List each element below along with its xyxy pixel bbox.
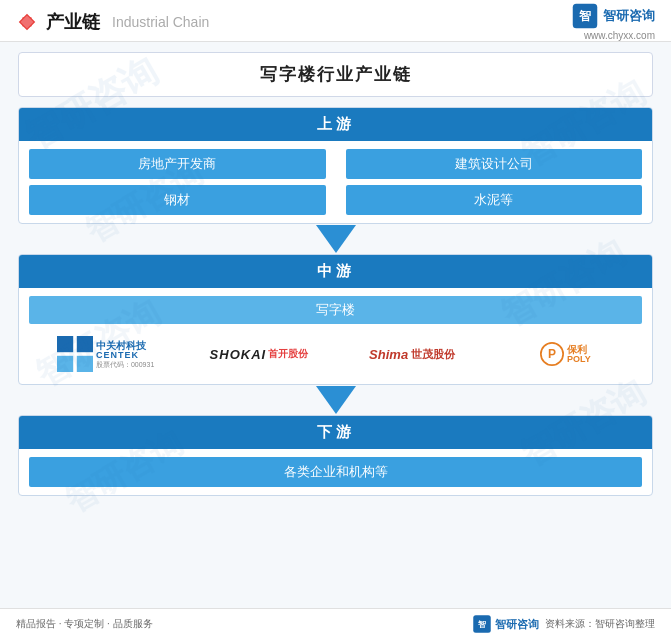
footer-logo-text: 智研咨询 <box>495 617 539 632</box>
header-right: 智 智研咨询 www.chyxx.com <box>571 2 655 41</box>
brand-logo-text: 智研咨询 <box>603 7 655 25</box>
company-shimao: Shima 世茂股份 <box>340 347 485 362</box>
company-shokai: SHOKAI 首开股份 <box>186 347 331 362</box>
header: 产业链 Industrial Chain 智 智研咨询 www.chyxx.co… <box>0 0 671 42</box>
downstream-header: 下游 <box>19 416 652 449</box>
brand-url: www.chyxx.com <box>584 30 655 41</box>
downstream-section: 下游 各类企业和机构等 <box>18 415 653 496</box>
svg-rect-8 <box>77 356 93 372</box>
upstream-cell-architecture: 建筑设计公司 <box>346 149 643 179</box>
shimao-en: Shima <box>369 347 408 362</box>
main-content: 写字楼行业产业链 上游 房地产开发商 建筑设计公司 钢材 水泥等 <box>0 42 671 608</box>
zgc-icon <box>57 336 93 372</box>
svg-rect-5 <box>57 336 73 352</box>
poly-logo: P 保利 POLY <box>540 342 591 366</box>
upstream-section: 上游 房地产开发商 建筑设计公司 钢材 水泥等 <box>18 107 653 224</box>
upstream-rows: 房地产开发商 建筑设计公司 钢材 水泥等 <box>29 149 642 215</box>
header-title-en: Industrial Chain <box>112 14 209 30</box>
poly-p-icon: P <box>540 342 564 366</box>
shokai-logo: SHOKAI 首开股份 <box>210 347 309 362</box>
upstream-cell-cement: 水泥等 <box>346 185 643 215</box>
header-left: 产业链 Industrial Chain <box>16 10 209 34</box>
footer-source: 资料来源：智研咨询整理 <box>545 617 655 631</box>
downstream-body: 各类企业和机构等 <box>19 449 652 495</box>
upstream-header: 上游 <box>19 108 652 141</box>
upstream-row-2: 钢材 水泥等 <box>29 185 642 215</box>
diamond-icon <box>16 11 38 33</box>
midstream-sublabel: 写字楼 <box>29 296 642 324</box>
svg-rect-6 <box>77 336 93 352</box>
upstream-cell-real-estate: 房地产开发商 <box>29 149 326 179</box>
zgc-sub: 股票代码：000931 <box>96 361 154 369</box>
brand-logo-icon: 智 <box>571 2 599 30</box>
shimao-cn: 世茂股份 <box>411 347 455 362</box>
footer-logo: 智 智研咨询 <box>472 614 539 634</box>
logos-row: 中关村科技 CENTEK 股票代码：000931 SHOKAI 首开股份 <box>29 330 642 376</box>
logo-box: 智 智研咨询 <box>571 2 655 30</box>
poly-en: POLY <box>567 355 591 365</box>
svg-text:智: 智 <box>477 620 486 629</box>
footer-logo-icon: 智 <box>472 614 492 634</box>
midstream-header: 中游 <box>19 255 652 288</box>
header-title-cn: 产业链 <box>46 10 100 34</box>
midstream-body: 写字楼 中关村科技 <box>19 288 652 384</box>
upstream-cell-steel: 钢材 <box>29 185 326 215</box>
poly-cn: 保利 <box>567 344 591 355</box>
page-wrapper: 智研咨询 智研咨询 智研咨询 智研咨询 智研咨询 智研咨询 智研咨询 产业链 I… <box>0 0 671 638</box>
zgc-logo: 中关村科技 CENTEK 股票代码：000931 <box>57 336 154 372</box>
zgc-en: CENTEK <box>96 351 154 361</box>
midstream-sublabel-row: 写字楼 <box>29 296 642 324</box>
poly-text: 保利 POLY <box>567 344 591 365</box>
svg-rect-7 <box>57 356 73 372</box>
arrow-down-2 <box>316 386 356 414</box>
arrow-1 <box>18 224 653 254</box>
main-title-text: 写字楼行业产业链 <box>260 65 412 84</box>
company-poly: P 保利 POLY <box>493 342 638 366</box>
upstream-row-1: 房地产开发商 建筑设计公司 <box>29 149 642 179</box>
footer-tagline: 精品报告 · 专项定制 · 品质服务 <box>16 617 153 631</box>
shokai-cn: 首开股份 <box>268 347 308 361</box>
shokai-en: SHOKAI <box>210 347 267 362</box>
svg-text:智: 智 <box>578 9 591 23</box>
upstream-body: 房地产开发商 建筑设计公司 钢材 水泥等 <box>19 141 652 223</box>
footer-right: 智 智研咨询 资料来源：智研咨询整理 <box>472 614 655 634</box>
arrow-down-1 <box>316 225 356 253</box>
footer: 精品报告 · 专项定制 · 品质服务 智 智研咨询 资料来源：智研咨询整理 <box>0 608 671 638</box>
company-zgc: 中关村科技 CENTEK 股票代码：000931 <box>33 336 178 372</box>
shimao-logo: Shima 世茂股份 <box>369 347 455 362</box>
arrow-2 <box>18 385 653 415</box>
zgc-text: 中关村科技 CENTEK 股票代码：000931 <box>96 340 154 369</box>
midstream-section: 中游 写字楼 <box>18 254 653 385</box>
main-title-box: 写字楼行业产业链 <box>18 52 653 97</box>
downstream-cell: 各类企业和机构等 <box>29 457 642 487</box>
svg-text:P: P <box>548 347 556 361</box>
